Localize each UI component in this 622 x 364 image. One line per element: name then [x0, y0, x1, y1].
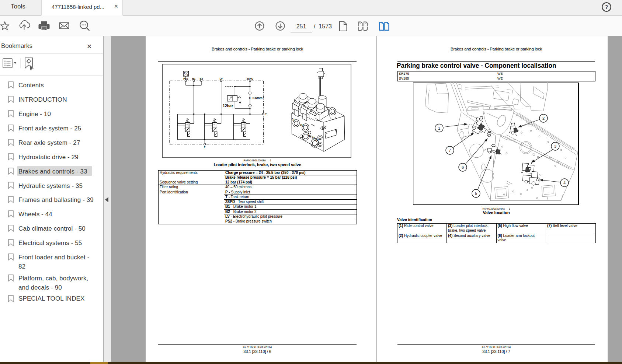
svg-text:4: 4	[563, 181, 566, 185]
svg-text:B1: B1	[192, 77, 195, 80]
svg-text:2: 2	[542, 116, 545, 120]
svg-text:5: 5	[475, 191, 477, 196]
svg-text:1: 1	[438, 126, 440, 130]
svg-text:3: 3	[554, 144, 556, 148]
svg-text:12bar: 12bar	[223, 104, 233, 108]
svg-text:7: 7	[449, 148, 451, 153]
svg-text:S: S	[187, 74, 188, 76]
svg-text:x: x	[249, 97, 251, 99]
svg-text:6: 6	[462, 165, 464, 169]
svg-text:B2: B2	[200, 77, 203, 80]
svg-text:?: ?	[605, 4, 608, 10]
svg-text:P: P	[184, 72, 186, 74]
svg-text:2SPD: 2SPD	[247, 77, 253, 80]
svg-text:P: P	[204, 146, 206, 148]
svg-text:T: T	[265, 113, 267, 116]
svg-text:LV: LV	[219, 77, 223, 80]
svg-text:0.6mm: 0.6mm	[253, 96, 263, 100]
svg-text:PS2: PS2	[183, 77, 188, 80]
